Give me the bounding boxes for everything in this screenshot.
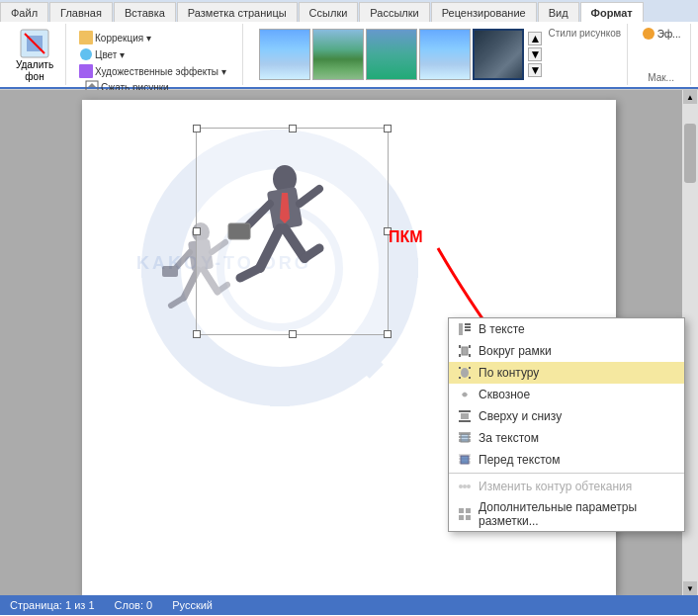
arrange-content: Эф... <box>638 26 684 70</box>
scroll-up-button[interactable]: ▲ <box>683 90 697 104</box>
svg-point-66 <box>467 484 471 488</box>
wrap-behind-icon <box>457 430 473 446</box>
wrap-square-icon <box>457 343 473 359</box>
correction-button[interactable]: Коррекция ▾ <box>76 30 154 45</box>
status-bar: Страница: 1 из 1 Слов: 0 Русский <box>0 595 698 615</box>
styles-thumbnails: ▲ ▼ ▼ <box>253 26 548 83</box>
context-menu: В тексте Вокруг рамки <box>448 317 685 532</box>
styles-scroll-down[interactable]: ▼ <box>528 47 542 61</box>
svg-line-35 <box>171 298 184 306</box>
svg-rect-52 <box>469 377 471 379</box>
delete-bg-icon <box>19 28 50 59</box>
ribbon-group-delete: Удалитьфон <box>4 24 66 85</box>
handle-tm[interactable] <box>289 125 297 132</box>
styles-expand[interactable]: ▼ <box>528 63 542 77</box>
svg-rect-70 <box>466 515 471 520</box>
context-menu-item-more-layout[interactable]: Дополнительные параметры разметки... <box>449 497 684 531</box>
styles-scroll-up[interactable]: ▲ <box>528 32 542 45</box>
tab-file[interactable]: Файл <box>0 2 48 22</box>
artistic-effects-button[interactable]: Художественные эффекты ▾ <box>76 63 229 79</box>
svg-point-8 <box>643 28 654 40</box>
styles-scroll: ▲ ▼ ▼ <box>528 32 542 77</box>
tab-format[interactable]: Формат <box>580 2 644 22</box>
tab-mailings[interactable]: Рассылки <box>359 2 429 22</box>
handle-br[interactable] <box>384 330 392 338</box>
effects-button[interactable]: Эф... <box>639 26 684 42</box>
style-thumb-5-active[interactable] <box>473 29 524 80</box>
context-menu-item-edit-wrap: Изменить контур обтекания <box>449 476 684 497</box>
wrap-tight-icon <box>457 365 473 381</box>
context-menu-item-behind[interactable]: За текстом <box>449 427 684 449</box>
svg-rect-32 <box>162 266 178 277</box>
svg-rect-41 <box>465 326 471 328</box>
context-menu-separator <box>449 473 684 474</box>
context-menu-item-topbottom[interactable]: Сверху и снизу <box>449 405 684 427</box>
context-menu-item-tight[interactable]: По контуру <box>449 362 684 384</box>
wrap-infront-icon <box>457 452 473 468</box>
svg-rect-39 <box>459 323 463 335</box>
handle-tr[interactable] <box>384 125 392 132</box>
tab-view[interactable]: Вид <box>538 2 579 22</box>
ribbon-tab-bar: Файл Главная Вставка Разметка страницы С… <box>0 0 698 22</box>
svg-rect-46 <box>469 345 471 348</box>
tab-insert[interactable]: Вставка <box>114 2 176 22</box>
wrap-through-icon <box>457 387 473 402</box>
svg-rect-54 <box>459 410 471 412</box>
change-group-content: Коррекция ▾ Цвет ▾ Художественные эффект… <box>76 26 236 79</box>
image-selection-box <box>196 128 389 335</box>
handle-tl[interactable] <box>193 125 201 132</box>
ribbon-group-styles: ▲ ▼ ▼ Стили рисунков <box>247 24 628 85</box>
context-menu-item-infront[interactable]: Перед текстом <box>449 449 684 471</box>
delete-background-button[interactable]: Удалитьфон <box>10 26 59 85</box>
status-page: Страница: 1 из 1 <box>10 599 95 611</box>
svg-rect-67 <box>459 508 464 513</box>
svg-rect-14 <box>384 258 418 278</box>
svg-rect-55 <box>459 420 471 422</box>
handle-bm[interactable] <box>289 330 297 338</box>
scrollbar-thumb[interactable] <box>684 124 696 183</box>
tab-review[interactable]: Рецензирование <box>431 2 537 22</box>
style-thumb-2[interactable] <box>312 29 364 80</box>
svg-point-4 <box>80 48 92 60</box>
svg-rect-5 <box>79 64 93 78</box>
scroll-down-button[interactable]: ▼ <box>683 581 697 595</box>
style-thumb-4[interactable] <box>419 29 471 80</box>
more-layout-icon <box>457 506 473 522</box>
ribbon: Файл Главная Вставка Разметка страницы С… <box>0 0 698 90</box>
svg-rect-49 <box>459 367 461 369</box>
svg-rect-43 <box>462 347 468 355</box>
context-menu-item-through[interactable]: Сквозное <box>449 384 684 405</box>
svg-rect-68 <box>466 508 471 513</box>
tab-references[interactable]: Ссылки <box>299 2 359 22</box>
ribbon-content-area: Удалитьфон Коррекция ▾ Цвет ▾ Художестве… <box>0 22 698 89</box>
tab-home[interactable]: Главная <box>49 2 113 22</box>
svg-point-64 <box>459 484 463 488</box>
wrap-inline-icon <box>457 321 473 337</box>
document-page-wrapper: KAKOY-TO.ORG <box>16 90 682 595</box>
document-area: KAKOY-TO.ORG <box>0 90 698 595</box>
ribbon-group-change: Коррекция ▾ Цвет ▾ Художественные эффект… <box>70 24 243 85</box>
svg-rect-12 <box>270 372 290 406</box>
wrap-edit-icon <box>457 479 473 494</box>
status-words: Слов: 0 <box>115 599 153 611</box>
svg-rect-42 <box>465 329 471 331</box>
context-menu-item-square[interactable]: Вокруг рамки <box>449 340 684 362</box>
svg-rect-40 <box>465 323 471 325</box>
context-menu-item-inline[interactable]: В тексте <box>449 318 684 340</box>
style-thumb-1[interactable] <box>259 29 310 80</box>
pkm-annotation: ПКМ <box>389 228 423 246</box>
svg-rect-51 <box>469 367 471 369</box>
svg-rect-50 <box>459 377 461 379</box>
handle-ml[interactable] <box>193 227 201 235</box>
svg-rect-63 <box>461 456 469 464</box>
svg-rect-3 <box>79 31 93 44</box>
handle-bl[interactable] <box>193 330 201 338</box>
wrap-topbottom-icon <box>457 408 473 424</box>
status-lang: Русский <box>172 599 213 611</box>
ribbon-group-arrange: Эф... Мак... <box>632 24 691 85</box>
arrange-group-label: Мак... <box>638 72 684 83</box>
style-thumb-3[interactable] <box>366 29 417 80</box>
tab-page-layout[interactable]: Разметка страницы <box>177 2 298 22</box>
color-button[interactable]: Цвет ▾ <box>76 46 128 62</box>
page-content: KAKOY-TO.ORG <box>82 100 616 595</box>
